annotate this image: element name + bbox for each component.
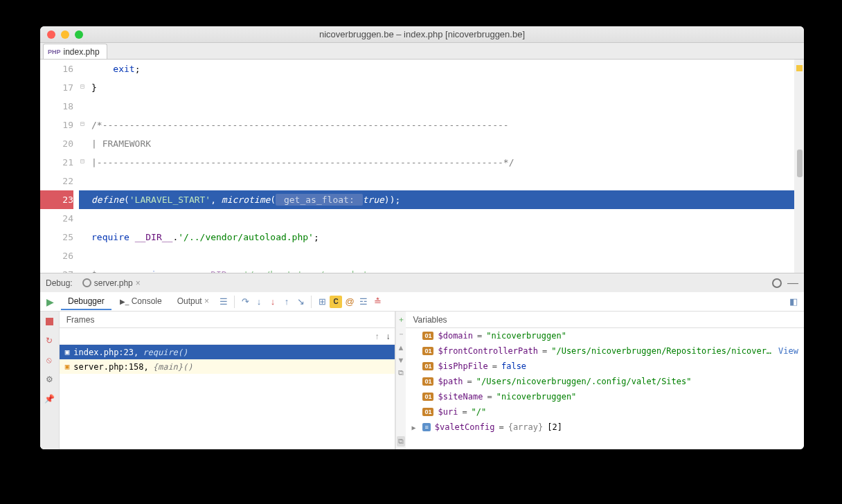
expand-arrow-icon[interactable]: ▶	[411, 424, 418, 431]
settings-cog-icon[interactable]: ⚙	[44, 374, 55, 385]
minimize-panel-icon[interactable]: —	[787, 277, 798, 289]
gutter: 16 17 18 19 20 21 22 23 24 25 26 27	[40, 60, 79, 273]
run-to-cursor-icon[interactable]: ↘	[294, 296, 307, 308]
step-out-icon[interactable]: ↑	[280, 296, 293, 308]
resume-button[interactable]: ▶	[46, 296, 54, 307]
frame-icon: ▣	[65, 362, 70, 371]
add-icon[interactable]: ≛	[371, 296, 384, 308]
rerun-icon[interactable]: ↻	[44, 335, 55, 346]
frame-row[interactable]: ▣ index.php:23, require()	[60, 345, 395, 359]
variable-row[interactable]: 01$path = "/Users/nicoverbruggen/.config…	[406, 374, 804, 389]
list-icon[interactable]: ☲	[357, 296, 370, 308]
bug-icon	[82, 278, 91, 287]
frames-scroll-controls: ＋ － ▲ ▼ ⧉ ⧉	[395, 312, 406, 449]
pin-icon[interactable]: 📌	[44, 393, 55, 404]
ide-window: nicoverbruggen.be – index.php [nicoverbr…	[40, 26, 804, 449]
frame-icon: ▣	[65, 348, 70, 357]
window-title: nicoverbruggen.be – index.php [nicoverbr…	[40, 29, 804, 39]
editor-tab-bar: PHP index.php	[40, 43, 804, 60]
minimize-window-button[interactable]	[61, 30, 69, 39]
at-icon[interactable]: @	[343, 296, 356, 308]
variable-row[interactable]: 01$domain = "nicoverbruggen"	[406, 328, 804, 343]
evaluate-icon[interactable]: ⊞	[316, 296, 328, 308]
code-area[interactable]: exit; } /*------------------------------…	[79, 60, 804, 273]
panel-layout-icon[interactable]: ◧	[787, 296, 800, 308]
frames-list[interactable]: ▣ index.php:23, require() ▣ server.php:1…	[60, 345, 395, 449]
frames-header: Frames	[60, 312, 395, 328]
step-over-icon[interactable]: ↷	[239, 296, 251, 308]
remove-frame-icon[interactable]: －	[397, 329, 405, 339]
debug-toolbar: ▶ Debugger ▶_ Console Output × ☰ ↷ ↓ ↓ ↑…	[40, 292, 804, 312]
php-file-icon: PHP	[48, 48, 61, 55]
mute-breakpoints-icon[interactable]: ⦸	[44, 354, 55, 366]
variable-row[interactable]: 01$uri = "/"	[406, 404, 804, 420]
down-icon[interactable]: ▼	[397, 356, 405, 364]
next-frame-icon[interactable]: ↓	[386, 332, 391, 341]
variable-row[interactable]: 01$frontControllerPath = "/Users/nicover…	[406, 343, 804, 359]
prev-frame-icon[interactable]: ↑	[375, 332, 379, 341]
file-tab-index[interactable]: PHP index.php	[43, 44, 107, 59]
variables-panel: Variables 01$domain = "nicoverbruggen" 0…	[406, 312, 804, 449]
titlebar: nicoverbruggen.be – index.php [nicoverbr…	[40, 26, 804, 43]
traffic-lights	[47, 30, 83, 39]
variables-header: Variables	[406, 312, 804, 328]
debug-session-tab[interactable]: server.php ×	[78, 276, 145, 290]
force-step-into-icon[interactable]: ↓	[267, 296, 279, 308]
link-icon[interactable]: ⧉	[397, 436, 405, 447]
tab-output[interactable]: Output ×	[170, 294, 216, 310]
stop-button[interactable]	[44, 316, 55, 327]
code-editor[interactable]: 16 17 18 19 20 21 22 23 24 25 26 27 ⊟ ⊟ …	[40, 60, 804, 273]
settings-icon[interactable]	[772, 278, 782, 288]
variable-row[interactable]: ▶≡$valetConfig = {array} [2]	[406, 420, 804, 435]
variable-row[interactable]: 01$siteName = "nicoverbruggen"	[406, 389, 804, 404]
close-window-button[interactable]	[47, 30, 55, 39]
debug-body: ↻ ⦸ ⚙ 📌 Frames ↑ ↓ ▣ index.php:23, requi…	[40, 312, 804, 449]
debug-label: Debug:	[46, 278, 73, 288]
frames-panel: Frames ↑ ↓ ▣ index.php:23, require() ▣ s…	[60, 312, 395, 449]
scrollbar-thumb[interactable]	[797, 150, 803, 177]
tab-console[interactable]: ▶_ Console	[113, 294, 169, 310]
current-execution-line: define('LARAVEL_START', microtime( get_a…	[79, 190, 804, 209]
variable-row[interactable]: 01$isPhpFile = false	[406, 359, 804, 374]
close-tab-icon[interactable]: ×	[136, 278, 141, 288]
editor-scrollbar[interactable]	[794, 60, 804, 273]
warning-marker-icon[interactable]	[796, 65, 803, 71]
debug-panel-header: Debug: server.php × —	[40, 273, 804, 292]
trace-icon[interactable]: C	[330, 296, 342, 308]
step-into-icon[interactable]: ↓	[253, 296, 265, 308]
tab-debugger[interactable]: Debugger	[61, 294, 111, 310]
variables-list[interactable]: 01$domain = "nicoverbruggen" 01$frontCon…	[406, 328, 804, 449]
debug-sidebar: ↻ ⦸ ⚙ 📌	[40, 312, 60, 449]
file-tab-label: index.php	[64, 47, 100, 57]
frame-row[interactable]: ▣ server.php:158, {main}()	[60, 359, 395, 374]
up-icon[interactable]: ▲	[397, 343, 405, 352]
view-link[interactable]: View	[778, 346, 798, 356]
frames-toolbar: ↑ ↓	[60, 328, 395, 345]
zoom-window-button[interactable]	[75, 30, 83, 39]
add-frame-icon[interactable]: ＋	[397, 314, 405, 325]
layout-icon[interactable]: ☰	[217, 296, 230, 308]
copy-icon[interactable]: ⧉	[398, 368, 404, 377]
